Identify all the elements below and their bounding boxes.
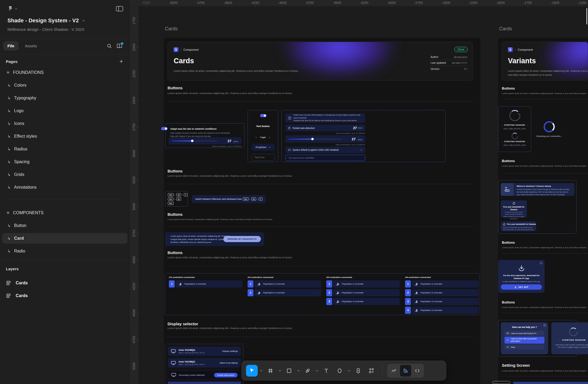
match-local-display-link[interactable]: Match local display (220, 362, 238, 364)
text-tool[interactable] (320, 365, 332, 377)
sidebar-item-colors[interactable]: ↳Colors (7, 79, 125, 92)
sidebar-item-radio[interactable]: ↳Radio (7, 245, 125, 258)
sidebar-item-grids[interactable]: ↳Grids (7, 168, 125, 181)
controller-row[interactable]: PlayStation 5 controller (333, 289, 400, 296)
figma-logo-icon[interactable] (7, 5, 13, 11)
help-card[interactable]: How can we help you ? I have an issue wi… (501, 322, 548, 354)
close-icon[interactable] (540, 262, 543, 264)
text-input-field[interactable] (254, 156, 272, 159)
actions-tool[interactable] (366, 365, 377, 377)
library-book-icon[interactable] (116, 43, 123, 49)
input-source-field[interactable] (285, 155, 365, 161)
frame-title[interactable]: Cards (165, 26, 178, 32)
tab-file[interactable]: File (3, 41, 19, 50)
toggle-stepper[interactable]: ‹ Toggle › (248, 136, 278, 139)
component-help[interactable]: How can we help you ? I have an issue wi… (498, 320, 577, 357)
sidebar-item-effect-styles[interactable]: ↳Effect styles (7, 130, 125, 143)
sidebar-item-card-selected[interactable]: ↳Card (2, 233, 127, 244)
component-audio-card[interactable]: Prefer not to use with USB headsets or m… (281, 110, 446, 162)
component-controls-card[interactable]: Text button ‹ Toggle › Dropdown (248, 110, 278, 162)
get-app-card[interactable]: For the best experience, download the Sh… (498, 260, 545, 293)
search-icon[interactable] (107, 43, 112, 49)
stepper-prev-icon[interactable]: ‹ (256, 136, 256, 139)
scrollbar-thumb-horizontal[interactable] (493, 381, 510, 384)
enable-dual-screen-button[interactable]: Enable dual screen (214, 373, 237, 377)
controller-row[interactable]: PlayStation 5 controller (412, 280, 478, 288)
sidebar-item-components[interactable]: ✳COMPONENTS (6, 206, 124, 219)
sidebar-item-annotations[interactable]: ↳Annotations (7, 181, 125, 194)
file-title-row[interactable]: Shade - Design System - V2 (7, 18, 85, 24)
controller-row[interactable]: PlayStation 5 controller (412, 298, 478, 305)
sidebar-item-radius[interactable]: ↳Radius (7, 143, 125, 155)
bandwidth-card[interactable]: Free your bandwidth for Shadow A wired c… (501, 200, 527, 217)
inspect-mode-button[interactable] (400, 365, 411, 377)
sidebar-item-button[interactable]: ↳Button (7, 219, 125, 232)
draw-mode-button[interactable] (388, 365, 399, 377)
help-option-shadow-pc[interactable]: I have an issue with Shadow PC (504, 331, 544, 336)
prototype-tool[interactable] (352, 365, 364, 377)
component-display-selector[interactable]: Asus VG248QG3840 x 2160 @ 60 FPS | 100 %… (165, 344, 243, 384)
text-button[interactable]: Text button (248, 125, 278, 128)
component-starting-shadow[interactable]: —STARTING SHADOW— 1920 x 1080 | 60 FPS |… (498, 106, 531, 152)
rectangle-tool[interactable] (283, 365, 295, 377)
scrollbar-thumb-vertical[interactable] (586, 8, 587, 24)
controller-row[interactable]: PlayStation 5 controller (412, 307, 478, 314)
move-tool[interactable] (246, 365, 258, 377)
component-shortcuts-card[interactable]: Win+Alt+F Win+Alt Win (165, 191, 188, 206)
text-input[interactable] (252, 154, 275, 161)
help-option-other[interactable]: Other (504, 345, 544, 349)
component-controllers[interactable]: 1/4 controllers connected 1 PlayStation … (165, 273, 479, 315)
output-device-dropdown[interactable]: System default (Logitech G635 USB Headse… (285, 147, 365, 153)
repair-button[interactable]: REPAIRE MY SHADOW PC (223, 236, 261, 242)
sidebar-item-foundations[interactable]: ✳FOUNDATIONS (6, 66, 124, 79)
controller-row[interactable]: PlayStation 5 controller (333, 280, 400, 288)
layer-item-cards[interactable]: Cards (6, 290, 123, 302)
frame-cards-left[interactable] (164, 38, 480, 384)
controller-row[interactable]: PlayStation 5 controller (255, 289, 321, 296)
controls-toggle[interactable] (260, 114, 266, 117)
variant-shadow-card[interactable]: —STARTING SHADOW— Lorem ipsum dolor sit … (551, 322, 588, 354)
controller-row[interactable]: PlayStation 5 controller (176, 280, 242, 288)
slider-knob[interactable] (191, 140, 193, 142)
audio-slider[interactable] (289, 139, 342, 140)
hero-card-variants[interactable]: S / Component Variants Lorem ipsum dolor… (502, 42, 588, 81)
layer-item-cards[interactable]: Cards (6, 277, 123, 289)
controller-row[interactable]: PlayStation 5 controller (333, 298, 400, 305)
sidebar-item-spacing[interactable]: ↳Spacing (7, 155, 125, 168)
get-app-button[interactable]: GET APP (501, 284, 542, 290)
bitrate-slider[interactable] (172, 141, 217, 141)
shape-tool-chevron[interactable] (347, 370, 351, 372)
dropdown-button[interactable]: Dropdown (252, 144, 275, 151)
sidebar-item-logo[interactable]: ↳Logo (7, 104, 125, 117)
chevron-down-icon[interactable] (82, 19, 85, 22)
frame-tool[interactable] (265, 365, 276, 377)
restart-detection-row[interactable]: Restart auto-detection 27 Mbit/s (285, 125, 365, 131)
toggle-sidebar-icon[interactable] (116, 6, 123, 12)
controller-row[interactable]: PlayStation 5 controller (255, 280, 321, 288)
display-row-secondary[interactable]: Secondary screen detected Enable dual sc… (168, 370, 241, 380)
bitrate-toggle[interactable] (161, 127, 168, 130)
bandwidth-row-card[interactable]: Free your bandwidth for Shadow Stop your… (501, 221, 536, 231)
display-row-2[interactable]: Asus VG248QG3840 x 2160 @ 60 FPS | 100 %… (168, 358, 241, 368)
display-row-1[interactable]: Asus VG248QG3840 x 2160 @ 60 FPS | 100 %… (168, 347, 241, 356)
sidebar-item-typography[interactable]: ↳Typography (7, 92, 125, 104)
help-option-account[interactable]: I have an issue with my account/ subscri… (504, 337, 544, 344)
shortcut-row[interactable]: Switch between fullscreen and windowed v… (192, 195, 266, 203)
frame-title[interactable]: Cards (499, 26, 512, 32)
frame-tool-chevron[interactable] (278, 370, 282, 372)
hero-card[interactable]: S / Component Done Cards Lorem ipsum dol… (168, 42, 473, 81)
tab-assets[interactable]: Assets (21, 41, 41, 50)
add-page-icon[interactable] (119, 59, 124, 64)
pen-tool[interactable] (302, 365, 314, 377)
input-source-input[interactable] (288, 156, 362, 159)
shape-tool[interactable] (334, 365, 345, 377)
pen-tool-chevron[interactable] (315, 370, 319, 372)
rectangle-tool-chevron[interactable] (297, 370, 300, 372)
stepper-next-icon[interactable]: › (269, 136, 270, 139)
component-bitrate-card[interactable]: Adapt max bit rate to network conditions… (165, 123, 244, 148)
repair-card[interactable]: Lorem ipsum dolor sit amet, consectetur … (165, 232, 264, 246)
move-tool-chevron[interactable] (259, 370, 263, 372)
display-settings-link[interactable]: Display setttings (222, 350, 238, 352)
component-network-tips[interactable]: Wired or wireless? Choose wisely A wired… (498, 180, 577, 234)
slider-knob[interactable] (311, 138, 314, 140)
